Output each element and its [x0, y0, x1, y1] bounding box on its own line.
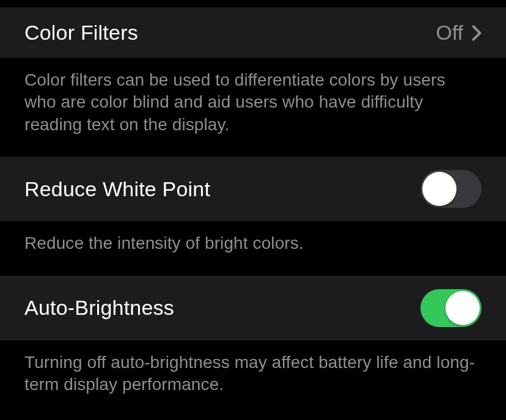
color-filters-right: Off: [436, 21, 482, 45]
toggle-knob: [422, 172, 457, 206]
auto-brightness-row: Auto-Brightness: [0, 276, 506, 341]
reduce-white-point-label: Reduce White Point: [24, 177, 210, 201]
chevron-right-icon: [472, 24, 482, 42]
auto-brightness-toggle[interactable]: [420, 289, 482, 327]
reduce-white-point-section: Reduce White Point Reduce the intensity …: [0, 157, 506, 275]
auto-brightness-section: Auto-Brightness Turning off auto-brightn…: [0, 276, 506, 417]
toggle-knob: [446, 291, 480, 325]
color-filters-value: Off: [436, 21, 463, 45]
reduce-white-point-toggle[interactable]: [420, 170, 482, 208]
auto-brightness-footer: Turning off auto-brightness may affect b…: [0, 341, 506, 417]
auto-brightness-label: Auto-Brightness: [24, 296, 174, 320]
color-filters-row[interactable]: Color Filters Off: [0, 7, 506, 58]
reduce-white-point-row: Reduce White Point: [0, 157, 506, 221]
color-filters-section: Color Filters Off Color filters can be u…: [0, 7, 506, 157]
color-filters-footer: Color filters can be used to differentia…: [0, 58, 506, 157]
color-filters-label: Color Filters: [24, 21, 138, 45]
reduce-white-point-footer: Reduce the intensity of bright colors.: [0, 221, 506, 275]
